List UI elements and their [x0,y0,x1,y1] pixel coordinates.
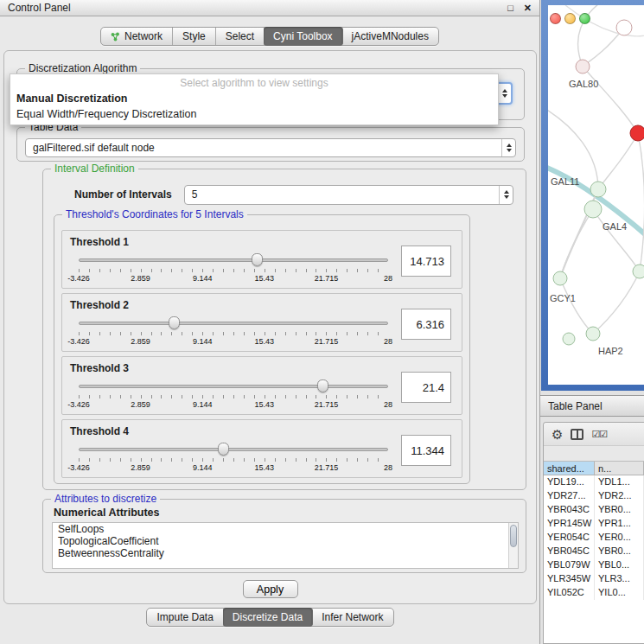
network-view-window: GAL80GAL11GAL4GCY1HAP2 [541,0,644,391]
number-of-intervals-combobox[interactable]: 5 [184,185,513,205]
table-row[interactable]: YBR045CYBR0... [544,545,644,558]
tick-label: 28 [384,337,392,346]
network-canvas[interactable]: GAL80GAL11GAL4GCY1HAP2 [548,5,644,385]
table-cell[interactable]: YLR345W [544,572,595,586]
threshold-1-value-field[interactable]: 14.713 [401,245,451,277]
slider-thumb[interactable] [218,443,229,456]
network-edge[interactable] [593,209,640,271]
table-row[interactable]: YER054CYER0... [544,531,644,545]
tab-infer-network[interactable]: Infer Network [312,609,392,626]
dropdown-option-equal-width-frequency[interactable]: Equal Width/Frequency Discretization [10,106,498,122]
attributes-group-label: Attributes to discretize [51,493,160,505]
slider-thumb[interactable] [317,379,328,392]
network-node-gcy1[interactable] [553,271,567,285]
tick-label: -3.426 [67,400,90,409]
gear-icon[interactable]: ⚙ [552,428,563,441]
close-icon[interactable]: ✕ [524,3,532,14]
table-row[interactable]: YBL079WYBL0... [544,558,644,572]
scrollbar-thumb[interactable] [510,525,517,547]
columns-icon[interactable] [571,429,583,440]
float-window-icon[interactable]: □ [507,3,513,13]
network-node-hap2[interactable] [586,327,600,341]
network-edge[interactable] [598,133,638,189]
tab-impute-data[interactable]: Impute Data [147,609,223,626]
tab-select[interactable]: Select [216,28,265,45]
table-cell[interactable]: YBR043C [544,503,595,517]
tab-jactivemnodules[interactable]: jActiveMNodules [342,28,438,45]
table-data-combobox[interactable]: galFiltered.sif default node [25,138,516,157]
table-cell[interactable]: YBR045C [544,545,595,558]
tab-style-label: Style [182,30,206,42]
network-node[interactable] [633,265,644,278]
table-row[interactable]: YLR345WYLR3... [544,572,644,586]
network-edge[interactable] [593,271,640,334]
table-cell[interactable]: YBR0... [595,503,644,517]
table-cell[interactable]: YIL052C [544,586,595,600]
threshold-1-slider[interactable]: -3.4262.8599.14415.4321.71528 [73,252,394,288]
threshold-3-value-field[interactable]: 21.4 [401,372,451,403]
table-cell[interactable]: YDR27... [544,489,595,503]
threshold-2-slider[interactable]: -3.4262.8599.14415.4321.71528 [73,315,394,351]
list-item[interactable]: TopologicalCoefficient [53,535,518,547]
table-cell[interactable]: YPR145W [544,517,595,531]
network-node[interactable] [616,20,632,35]
dropdown-option-manual-discretization[interactable]: Manual Discretization [10,91,498,106]
close-traffic-light-icon[interactable] [550,13,561,24]
table-cell[interactable]: YBR0... [595,545,644,558]
threshold-4-value-field[interactable]: 11.344 [401,435,451,466]
node-label: GAL11 [551,176,579,187]
zoom-traffic-light-icon[interactable] [579,13,590,24]
table-cell[interactable]: YER054C [544,531,595,545]
column-header-name[interactable]: n... [595,462,644,475]
network-node-gal80[interactable] [576,60,590,73]
top-tab-segmented-control: Network Style Select Cyni Toolbox jActiv… [100,27,439,46]
network-node[interactable] [630,125,644,141]
tick-label: 9.144 [193,400,213,409]
network-node[interactable] [563,333,575,345]
select-columns-checkboxes-icon[interactable]: ☑☑ [591,429,607,440]
tick-label: 21.715 [315,337,339,346]
table-cell[interactable]: YBL0... [595,558,644,572]
network-edge[interactable] [560,209,593,278]
table-cell[interactable]: YDL1... [595,475,644,489]
network-node-gal11[interactable] [590,182,606,197]
table-cell[interactable]: YER0... [595,531,644,545]
list-item[interactable]: BetweennessCentrality [53,547,518,559]
tab-cyni-toolbox[interactable]: Cyni Toolbox [264,27,342,46]
slider-thumb[interactable] [169,316,180,329]
network-edge[interactable] [638,133,644,271]
tab-network[interactable]: Network [101,28,173,45]
tick-label: 21.715 [315,274,339,283]
threshold-4-slider[interactable]: -3.4262.8599.14415.4321.71528 [73,441,394,477]
numerical-attributes-label: Numerical Attributes [54,507,159,519]
tick-label: -3.426 [67,337,90,346]
network-node-gal4[interactable] [584,201,602,218]
slider-track [79,448,388,451]
table-row[interactable]: YDR27...YDR2... [544,489,644,503]
table-cell[interactable]: YPR1... [595,517,644,531]
table-row[interactable]: YBR043CYBR0... [544,503,644,517]
table-cell[interactable]: YBL079W [544,558,595,572]
table-cell[interactable]: YLR3... [595,572,644,586]
table-row[interactable]: YPR145WYPR1... [544,517,644,531]
minimize-traffic-light-icon[interactable] [564,13,576,24]
tab-style[interactable]: Style [173,28,216,45]
table-cell[interactable]: YDR2... [595,489,644,503]
tab-discretize-data[interactable]: Discretize Data [223,608,313,627]
slider-thumb[interactable] [252,253,263,266]
column-header-shared-name[interactable]: shared... [544,462,595,475]
numerical-attributes-list[interactable]: SelfLoopsTopologicalCoefficientBetweenne… [52,522,519,569]
apply-button[interactable]: Apply [243,580,298,598]
table-cell[interactable]: YDL19... [544,475,595,489]
table-row[interactable]: YDL19...YDL1... [544,475,644,489]
table-row[interactable]: YIL052CYIL0... [544,586,644,600]
threshold-3-slider[interactable]: -3.4262.8599.14415.4321.71528 [73,378,394,414]
list-scrollbar[interactable] [508,523,518,568]
thresholds-stack: Threshold 1 -3.4262.8599.14415.4321.7152… [54,226,469,482]
list-item[interactable]: SelfLoops [53,523,518,535]
threshold-3-label: Threshold 3 [70,362,129,374]
network-edge[interactable] [560,278,593,334]
threshold-2-value-field[interactable]: 6.316 [401,309,451,340]
network-edge[interactable] [583,67,638,133]
table-cell[interactable]: YIL0... [595,586,644,600]
